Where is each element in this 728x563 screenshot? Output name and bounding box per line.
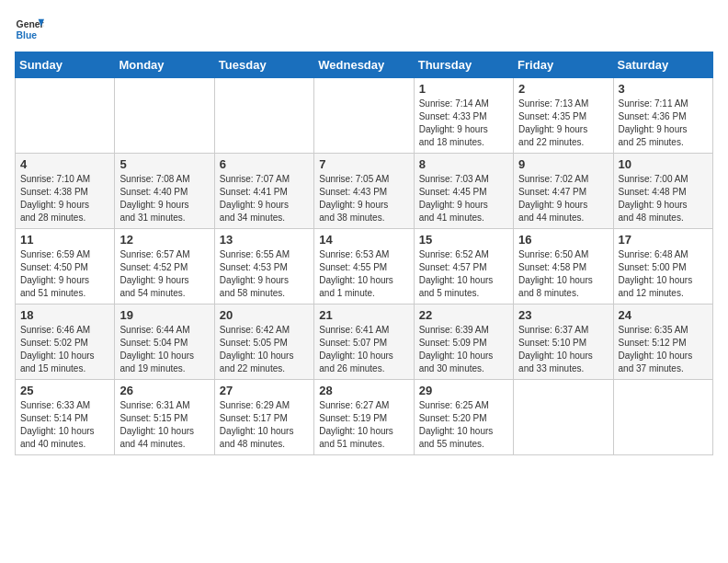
calendar-cell: 6Sunrise: 7:07 AM Sunset: 4:41 PM Daylig…	[214, 154, 313, 229]
weekday-header: Sunday	[16, 52, 115, 78]
day-info: Sunrise: 7:11 AM Sunset: 4:36 PM Dayligh…	[619, 98, 708, 149]
calendar-cell: 23Sunrise: 6:37 AM Sunset: 5:10 PM Dayli…	[514, 304, 613, 380]
day-info: Sunrise: 6:31 AM Sunset: 5:15 PM Dayligh…	[119, 399, 209, 451]
calendar-cell	[514, 380, 613, 455]
calendar-cell: 15Sunrise: 6:52 AM Sunset: 4:57 PM Dayli…	[414, 229, 513, 304]
day-number: 15	[419, 233, 508, 247]
calendar-cell: 2Sunrise: 7:13 AM Sunset: 4:35 PM Daylig…	[514, 78, 613, 154]
day-info: Sunrise: 7:14 AM Sunset: 4:33 PM Dayligh…	[419, 98, 508, 149]
day-number: 9	[518, 157, 608, 171]
day-info: Sunrise: 6:46 AM Sunset: 5:02 PM Dayligh…	[20, 324, 109, 375]
calendar-cell: 27Sunrise: 6:29 AM Sunset: 5:17 PM Dayli…	[214, 380, 313, 455]
day-info: Sunrise: 6:39 AM Sunset: 5:09 PM Dayligh…	[419, 324, 508, 375]
day-info: Sunrise: 6:52 AM Sunset: 4:57 PM Dayligh…	[419, 248, 508, 300]
logo-icon: GeneralBlue	[15, 15, 44, 44]
calendar-cell: 1Sunrise: 7:14 AM Sunset: 4:33 PM Daylig…	[414, 78, 513, 154]
calendar-cell: 10Sunrise: 7:00 AM Sunset: 4:48 PM Dayli…	[613, 154, 712, 229]
day-number: 6	[220, 157, 309, 171]
day-info: Sunrise: 7:08 AM Sunset: 4:40 PM Dayligh…	[119, 173, 209, 224]
calendar-week-row: 1Sunrise: 7:14 AM Sunset: 4:33 PM Daylig…	[16, 78, 713, 154]
calendar-cell: 5Sunrise: 7:08 AM Sunset: 4:40 PM Daylig…	[115, 154, 214, 229]
day-info: Sunrise: 7:07 AM Sunset: 4:41 PM Dayligh…	[220, 173, 309, 224]
day-number: 12	[119, 233, 209, 247]
day-number: 24	[619, 308, 708, 322]
calendar-cell: 17Sunrise: 6:48 AM Sunset: 5:00 PM Dayli…	[613, 229, 712, 304]
calendar-cell: 4Sunrise: 7:10 AM Sunset: 4:38 PM Daylig…	[16, 154, 115, 229]
calendar-cell: 21Sunrise: 6:41 AM Sunset: 5:07 PM Dayli…	[314, 304, 414, 380]
calendar-cell: 24Sunrise: 6:35 AM Sunset: 5:12 PM Dayli…	[613, 304, 712, 380]
day-info: Sunrise: 6:57 AM Sunset: 4:52 PM Dayligh…	[119, 248, 209, 300]
day-info: Sunrise: 6:48 AM Sunset: 5:00 PM Dayligh…	[619, 248, 708, 300]
day-info: Sunrise: 6:27 AM Sunset: 5:19 PM Dayligh…	[319, 399, 408, 451]
day-info: Sunrise: 7:10 AM Sunset: 4:38 PM Dayligh…	[20, 173, 109, 224]
calendar-week-row: 11Sunrise: 6:59 AM Sunset: 4:50 PM Dayli…	[16, 229, 713, 304]
calendar-cell	[314, 78, 414, 154]
calendar-cell: 16Sunrise: 6:50 AM Sunset: 4:58 PM Dayli…	[514, 229, 613, 304]
day-number: 26	[119, 384, 209, 397]
weekday-header: Thursday	[414, 52, 513, 78]
calendar-week-row: 4Sunrise: 7:10 AM Sunset: 4:38 PM Daylig…	[16, 154, 713, 229]
day-number: 19	[119, 308, 209, 322]
day-number: 3	[619, 82, 708, 96]
day-number: 22	[419, 308, 508, 322]
day-info: Sunrise: 6:41 AM Sunset: 5:07 PM Dayligh…	[319, 324, 408, 375]
day-info: Sunrise: 6:33 AM Sunset: 5:14 PM Dayligh…	[20, 399, 109, 451]
day-number: 21	[319, 308, 408, 322]
day-info: Sunrise: 6:42 AM Sunset: 5:05 PM Dayligh…	[220, 324, 309, 375]
calendar-cell: 25Sunrise: 6:33 AM Sunset: 5:14 PM Dayli…	[16, 380, 115, 455]
calendar-cell	[613, 380, 712, 455]
weekday-header: Monday	[115, 52, 214, 78]
calendar-cell: 14Sunrise: 6:53 AM Sunset: 4:55 PM Dayli…	[314, 229, 414, 304]
day-info: Sunrise: 6:44 AM Sunset: 5:04 PM Dayligh…	[119, 324, 209, 375]
day-number: 7	[319, 157, 408, 171]
day-info: Sunrise: 6:53 AM Sunset: 4:55 PM Dayligh…	[319, 248, 408, 300]
logo: GeneralBlue	[15, 15, 44, 44]
calendar-week-row: 18Sunrise: 6:46 AM Sunset: 5:02 PM Dayli…	[16, 304, 713, 380]
day-number: 23	[518, 308, 608, 322]
day-number: 18	[20, 308, 109, 322]
calendar-week-row: 25Sunrise: 6:33 AM Sunset: 5:14 PM Dayli…	[16, 380, 713, 455]
calendar-table: SundayMondayTuesdayWednesdayThursdayFrid…	[15, 52, 713, 455]
day-info: Sunrise: 6:25 AM Sunset: 5:20 PM Dayligh…	[419, 399, 508, 451]
weekday-header: Saturday	[613, 52, 712, 78]
calendar-cell: 11Sunrise: 6:59 AM Sunset: 4:50 PM Dayli…	[16, 229, 115, 304]
day-number: 11	[20, 233, 109, 247]
day-number: 4	[20, 157, 109, 171]
day-info: Sunrise: 7:00 AM Sunset: 4:48 PM Dayligh…	[619, 173, 708, 224]
calendar-cell	[16, 78, 115, 154]
day-number: 14	[319, 233, 408, 247]
day-number: 29	[419, 384, 508, 397]
calendar-cell	[214, 78, 313, 154]
calendar-cell: 29Sunrise: 6:25 AM Sunset: 5:20 PM Dayli…	[414, 380, 513, 455]
calendar-cell: 3Sunrise: 7:11 AM Sunset: 4:36 PM Daylig…	[613, 78, 712, 154]
calendar-cell: 18Sunrise: 6:46 AM Sunset: 5:02 PM Dayli…	[16, 304, 115, 380]
day-number: 5	[119, 157, 209, 171]
day-info: Sunrise: 6:35 AM Sunset: 5:12 PM Dayligh…	[619, 324, 708, 375]
calendar-cell: 12Sunrise: 6:57 AM Sunset: 4:52 PM Dayli…	[115, 229, 214, 304]
day-number: 17	[619, 233, 708, 247]
calendar-header-row: SundayMondayTuesdayWednesdayThursdayFrid…	[16, 52, 713, 78]
day-info: Sunrise: 6:37 AM Sunset: 5:10 PM Dayligh…	[518, 324, 608, 375]
calendar-cell	[115, 78, 214, 154]
calendar-cell: 7Sunrise: 7:05 AM Sunset: 4:43 PM Daylig…	[314, 154, 414, 229]
day-number: 13	[220, 233, 309, 247]
day-number: 8	[419, 157, 508, 171]
calendar-cell: 26Sunrise: 6:31 AM Sunset: 5:15 PM Dayli…	[115, 380, 214, 455]
calendar-cell: 8Sunrise: 7:03 AM Sunset: 4:45 PM Daylig…	[414, 154, 513, 229]
weekday-header: Tuesday	[214, 52, 313, 78]
page-header: GeneralBlue	[15, 15, 713, 44]
day-number: 1	[419, 82, 508, 96]
day-number: 27	[220, 384, 309, 397]
day-info: Sunrise: 7:03 AM Sunset: 4:45 PM Dayligh…	[419, 173, 508, 224]
svg-text:Blue: Blue	[17, 30, 38, 40]
calendar-cell: 28Sunrise: 6:27 AM Sunset: 5:19 PM Dayli…	[314, 380, 414, 455]
calendar-cell: 13Sunrise: 6:55 AM Sunset: 4:53 PM Dayli…	[214, 229, 313, 304]
day-info: Sunrise: 6:59 AM Sunset: 4:50 PM Dayligh…	[20, 248, 109, 300]
day-info: Sunrise: 7:13 AM Sunset: 4:35 PM Dayligh…	[518, 98, 608, 149]
weekday-header: Wednesday	[314, 52, 414, 78]
weekday-header: Friday	[514, 52, 613, 78]
day-info: Sunrise: 6:50 AM Sunset: 4:58 PM Dayligh…	[518, 248, 608, 300]
day-number: 28	[319, 384, 408, 397]
day-number: 2	[518, 82, 608, 96]
day-info: Sunrise: 6:55 AM Sunset: 4:53 PM Dayligh…	[220, 248, 309, 300]
